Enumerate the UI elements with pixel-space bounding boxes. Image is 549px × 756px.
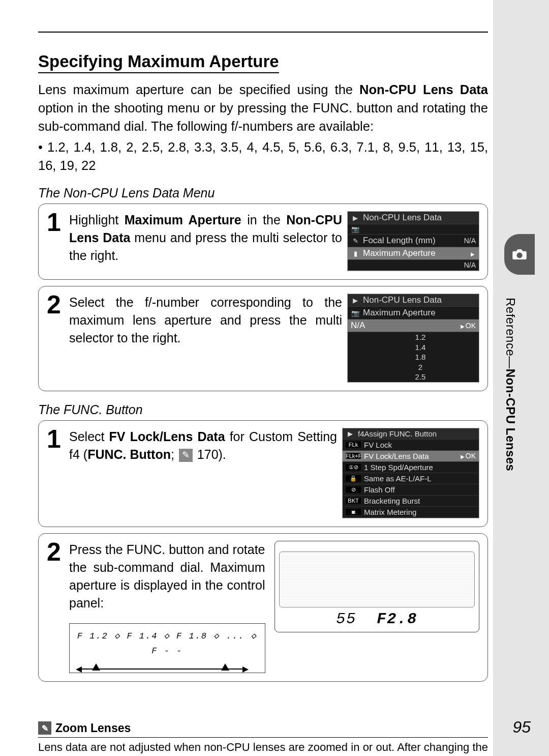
lcd-screenshot-func-menu: ▶f4Assign FUNC. Button FLkFV Lock FLk+FF… bbox=[342, 428, 479, 518]
step-number: 1 bbox=[47, 211, 64, 232]
func-step1-text: Select FV Lock/Lens Data for Custom Sett… bbox=[69, 428, 337, 463]
pencil-icon: ✎ bbox=[38, 721, 51, 735]
lcd-screenshot-menu1: ▶Non-CPU Lens Data 📷 ✎Focal Length (mm)N… bbox=[347, 211, 479, 271]
menu-step-1: 1 Highlight Maximum Aperture in the Non-… bbox=[38, 203, 488, 280]
page-number: 95 bbox=[512, 718, 531, 737]
control-panel-illustration: 55 F2.8 bbox=[274, 541, 480, 632]
step-number: 1 bbox=[47, 428, 64, 449]
note-body: Lens data are not adjusted when non-CPU … bbox=[38, 740, 488, 756]
step-number: 2 bbox=[47, 541, 64, 673]
f-number-sequence: F 1.2 ◇ F 1.4 ◇ F 1.8 ◇ ... ◇ F - - bbox=[69, 623, 265, 673]
func-step-2: 2 Press the FUNC. button and rotate the … bbox=[38, 533, 488, 682]
func-step-1: 1 Select FV Lock/Lens Data for Custom Se… bbox=[38, 420, 488, 527]
page-ref-icon: ✎ bbox=[179, 449, 193, 461]
intro-text: Lens maximum aperture can be specified u… bbox=[38, 80, 488, 136]
top-rule bbox=[38, 32, 488, 33]
menu-step2-text: Select the f/-number corresponding to th… bbox=[69, 294, 342, 347]
func-step2-text: Press the FUNC. button and rotate the su… bbox=[69, 541, 265, 612]
fnumber-list: • 1.2, 1.4, 1.8, 2, 2.5, 2.8, 3.3, 3.5, … bbox=[38, 138, 488, 175]
note-zoom-lenses: ✎ Zoom Lenses Lens data are not adjusted… bbox=[38, 721, 488, 756]
section-title: Specifying Maximum Aperture bbox=[38, 52, 279, 73]
note-title: Zoom Lenses bbox=[55, 721, 131, 735]
lcd-screenshot-menu2: ▶Non-CPU Lens Data 📷Maximum Aperture N/A… bbox=[347, 294, 479, 383]
subhead-func: The FUNC. Button bbox=[38, 402, 488, 417]
subhead-menu: The Non-CPU Lens Data Menu bbox=[38, 186, 488, 200]
menu-step-2: 2 Select the f/-number corresponding to … bbox=[38, 286, 488, 391]
menu-step1-text: Highlight Maximum Aperture in the Non-CP… bbox=[69, 211, 342, 265]
step-number: 2 bbox=[47, 294, 64, 315]
